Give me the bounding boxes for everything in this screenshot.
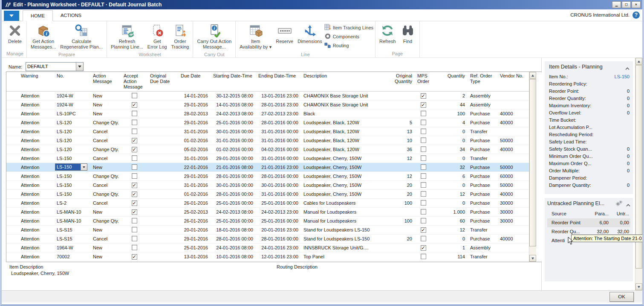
accept-action-message-checkbox[interactable] (132, 129, 137, 134)
accept-action-message-checkbox[interactable] (132, 227, 137, 232)
table-row[interactable]: AttentionLS-120Change Qty.✓05-02-201601-… (6, 145, 529, 154)
scroll-down-button[interactable] (529, 255, 536, 262)
mps-order-checkbox[interactable] (421, 137, 426, 143)
mps-order-checkbox[interactable] (421, 111, 426, 116)
table-row[interactable]: Attention1964-WNew25-01-201624-01-2016 0… (6, 243, 529, 252)
column-header-original-quantity[interactable]: Original Quantity (388, 72, 415, 91)
reserve-button[interactable]: Reserve (274, 22, 295, 46)
accept-action-message-checkbox[interactable]: ✓ (132, 209, 137, 215)
mps-order-checkbox[interactable]: ✓ (421, 93, 426, 99)
mps-order-checkbox[interactable] (421, 200, 426, 206)
item-no-editor[interactable]: LS-150 (55, 163, 87, 171)
calculate-regenerative-plan-button[interactable]: Calculate Regenerative Plan... (58, 22, 105, 51)
close-button[interactable]: ✕ (632, 1, 641, 8)
scroll-up-button[interactable] (529, 72, 536, 79)
refresh-button[interactable]: Refresh (377, 22, 398, 46)
minimize-button[interactable]: ▁ (612, 1, 621, 8)
collapse-panel-icon[interactable] (625, 66, 630, 69)
accept-action-message-checkbox[interactable]: ✓ (132, 192, 137, 197)
accept-action-message-checkbox[interactable] (132, 120, 137, 125)
item-tracking-lines-button[interactable]: Item Tracking Lines (324, 24, 373, 31)
mps-order-checkbox[interactable] (421, 218, 426, 223)
mps-order-checkbox[interactable]: ✓ (421, 245, 426, 251)
table-row[interactable]: AttentionLS-150Cancel31-01-201629-01-201… (6, 154, 529, 163)
get-action-messages-button[interactable]: iGet Action Messages... (29, 22, 58, 51)
find-button[interactable]: Find (398, 22, 418, 46)
maximize-button[interactable]: □ (622, 1, 631, 8)
column-header-no[interactable]: No. (54, 72, 90, 91)
column-header-accept-action-message[interactable]: Accept Action Message (121, 72, 147, 91)
mps-order-checkbox[interactable]: ✓ (421, 227, 426, 233)
table-row[interactable]: AttentionLS-S15Cancel29-01-201628-01-201… (6, 235, 529, 243)
table-row[interactable]: AttentionLS-150Change Qty.29-01-201628-0… (6, 172, 529, 181)
table-row[interactable]: AttentionLS-10PCNew28-02-201324-02-2013 … (6, 109, 529, 118)
batch-name-dropdown-button[interactable] (76, 63, 83, 71)
delete-button[interactable]: Delete (5, 22, 25, 46)
table-row[interactable]: Attention1924-WNew✓29-01-201614-01-2016 … (6, 100, 529, 109)
accept-action-message-checkbox[interactable] (132, 245, 137, 250)
item-availability-by-button[interactable]: Item Availability by ▾ (237, 22, 274, 51)
mps-order-checkbox[interactable]: ✓ (421, 102, 426, 108)
accept-action-message-checkbox[interactable] (132, 236, 137, 241)
scroll-up-button[interactable] (635, 58, 642, 65)
accept-action-message-checkbox[interactable]: ✓ (132, 147, 137, 152)
routing-button[interactable]: Routing (324, 42, 373, 49)
table-row[interactable]: AttentionLS-120Cancel31-01-201630-01-201… (6, 127, 529, 136)
mps-order-checkbox[interactable] (421, 191, 426, 197)
refresh-planning-line-button[interactable]: Refresh Planning Line... (109, 22, 145, 51)
table-row[interactable]: AttentionLS-150New22-01-201621-01-2016 0… (6, 163, 529, 172)
accept-action-message-checkbox[interactable] (132, 155, 137, 161)
column-header-due-date[interactable]: Due Date (178, 72, 211, 91)
dimensions-button[interactable]: Dimensions (295, 22, 324, 46)
table-row[interactable]: AttentionLS-MAN-10Change Qty.26-01-20162… (6, 217, 529, 226)
scroll-down-button[interactable] (635, 283, 642, 290)
mps-order-checkbox[interactable] (421, 164, 426, 170)
table-row[interactable]: Attention70002New✓13-01-201610-01-2016 0… (6, 252, 529, 261)
column-header-vendor-no[interactable]: Vendor No. (497, 72, 529, 91)
table-row[interactable]: Attention1924-WNew14-01-201630-12-2015 0… (6, 92, 529, 100)
application-menu-button[interactable] (4, 11, 19, 21)
column-header-description[interactable]: Description (301, 72, 388, 91)
help-icon[interactable]: ? (632, 11, 640, 19)
field-value[interactable]: LS-150 (615, 73, 630, 80)
accept-action-message-checkbox[interactable]: ✓ (132, 200, 137, 206)
mps-order-checkbox[interactable] (421, 129, 426, 134)
mps-order-checkbox[interactable] (421, 254, 426, 259)
mps-order-checkbox[interactable] (421, 120, 426, 125)
column-header-original-due-date[interactable]: Original Due Date (147, 72, 178, 91)
column-header-mps-order[interactable]: MPS Order (415, 72, 432, 91)
mps-order-checkbox[interactable] (421, 209, 426, 214)
mps-order-checkbox[interactable] (421, 182, 426, 188)
ok-button[interactable]: OK (609, 292, 634, 302)
table-row[interactable]: AttentionLS-150Cancel✓31-01-201630-01-20… (6, 181, 529, 190)
accept-action-message-checkbox[interactable] (132, 111, 137, 116)
get-error-log-button[interactable]: Get Error Log (145, 22, 169, 51)
mps-order-checkbox[interactable] (421, 173, 426, 179)
table-row[interactable]: AttentionLS-150Change Qty.✓01-02-201628-… (6, 190, 529, 199)
accept-action-message-checkbox[interactable]: ✓ (132, 102, 137, 108)
table-row[interactable]: AttentionLS-120Change Qty.29-01-201625-0… (6, 118, 529, 127)
tab-actions[interactable]: ACTIONS (53, 10, 89, 21)
accept-action-message-checkbox[interactable] (132, 164, 137, 170)
table-row[interactable]: AttentionLS-120Cancel✓01-02-201631-01-20… (6, 136, 529, 145)
item-no-dropdown-button[interactable] (81, 164, 87, 170)
mps-order-checkbox[interactable] (421, 146, 426, 152)
batch-name-combobox[interactable]: DEFAULT (26, 62, 84, 71)
column-header-ending-date-time[interactable]: Ending Date-Time (256, 72, 301, 91)
table-row[interactable]: AttentionLS-S15New20-01-201618-01-2016 0… (6, 226, 529, 235)
column-header-action-message[interactable]: Action Message (90, 72, 121, 91)
accept-action-message-checkbox[interactable]: ✓ (132, 183, 137, 188)
untracked-column-source[interactable]: Source (547, 210, 586, 218)
collapse-panel-icon[interactable] (626, 202, 630, 205)
table-row[interactable]: AttentionLS-2Cancel✓26-01-201625-01-2016… (6, 199, 529, 208)
carry-out-action-message-button[interactable]: iCarry Out Action Message... (195, 22, 234, 51)
table-row[interactable]: AttentionLS-MAN-10New✓25-02-201324-02-20… (6, 208, 529, 217)
accept-action-message-checkbox[interactable] (132, 93, 137, 98)
column-header-quantity[interactable]: Quantity (432, 72, 468, 91)
components-button[interactable]: Components (324, 33, 373, 40)
accept-action-message-checkbox[interactable] (132, 218, 137, 223)
accept-action-message-checkbox[interactable] (132, 173, 137, 179)
scroll-thumb[interactable] (529, 79, 536, 246)
untracked-row[interactable]: Reorder Point6,000,00 (547, 218, 630, 227)
mps-order-checkbox[interactable] (421, 155, 426, 161)
